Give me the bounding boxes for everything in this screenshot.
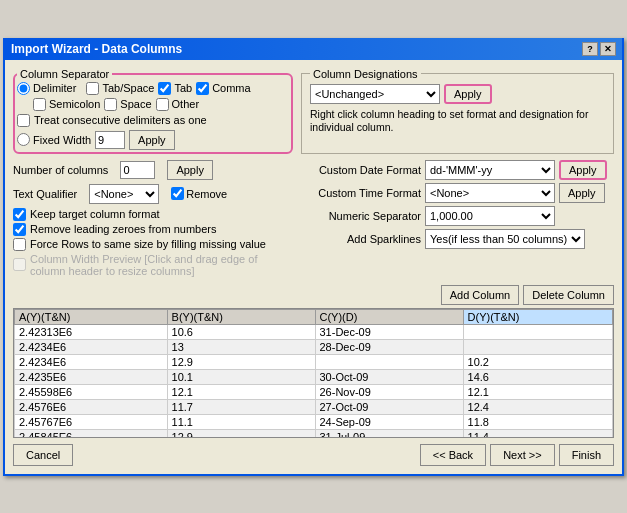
consecutive-checkbox[interactable]	[17, 114, 30, 127]
delete-column-button[interactable]: Delete Column	[523, 285, 614, 305]
custom-date-apply-button[interactable]: Apply	[559, 160, 607, 180]
custom-time-apply-button[interactable]: Apply	[559, 183, 605, 203]
table-row: 2.45845E612.931-Jul-0911.4	[15, 429, 613, 438]
space-checkbox[interactable]	[104, 98, 117, 111]
force-rows-checkbox[interactable]	[13, 238, 26, 251]
tab-checkbox[interactable]	[158, 82, 171, 95]
tab-space-check[interactable]: Tab/Space	[86, 82, 154, 95]
right-middle: Custom Date Format dd-'MMM'-yy Apply Cus…	[301, 160, 614, 281]
fixed-width-apply-button[interactable]: Apply	[129, 130, 175, 150]
column-separator-group: Column Separator Delimiter Tab/Space Tab	[13, 68, 293, 154]
fixed-width-radio[interactable]	[17, 133, 30, 146]
left-middle: Number of columns Apply Text Qualifier <…	[13, 160, 293, 281]
designation-select[interactable]: <Unchanged>	[310, 84, 440, 104]
text-qualifier-select[interactable]: <None>	[89, 184, 159, 204]
fixed-width-radio-label[interactable]: Fixed Width	[17, 133, 91, 146]
next-button[interactable]: Next >>	[490, 444, 555, 466]
col-header-a[interactable]: A(Y)(T&N)	[15, 309, 168, 324]
col-width-checkbox[interactable]	[13, 258, 26, 271]
remove-leading-row: Remove leading zeroes from numbers	[13, 223, 293, 236]
custom-date-select[interactable]: dd-'MMM'-yy	[425, 160, 555, 180]
space-check[interactable]: Space	[104, 98, 151, 111]
column-designations-group: Column Designations <Unchanged> Apply Ri…	[301, 68, 614, 154]
col-des-legend: Column Designations	[310, 68, 421, 80]
sep-row2: Semicolon Space Other	[33, 98, 289, 111]
tab-check[interactable]: Tab	[158, 82, 192, 95]
designation-apply-button[interactable]: Apply	[444, 84, 492, 104]
consecutive-row: Treat consecutive delimiters as one	[17, 114, 289, 127]
custom-date-row: Custom Date Format dd-'MMM'-yy Apply	[301, 160, 614, 180]
add-sparklines-select[interactable]: Yes(if less than 50 columns)	[425, 229, 585, 249]
nav-buttons: << Back Next >> Finish	[420, 444, 614, 466]
custom-time-select[interactable]: <None>	[425, 183, 555, 203]
other-check[interactable]: Other	[156, 98, 200, 111]
top-section: Column Separator Delimiter Tab/Space Tab	[13, 68, 614, 154]
add-del-row: Add Column Delete Column	[13, 285, 614, 305]
checkbox-area: Keep target column format Remove leading…	[13, 208, 293, 277]
col-sep-legend: Column Separator	[17, 68, 112, 80]
col-header-b[interactable]: B(Y)(T&N)	[167, 309, 315, 324]
comma-checkbox[interactable]	[196, 82, 209, 95]
num-cols-row: Number of columns Apply	[13, 160, 293, 180]
comma-check[interactable]: Comma	[196, 82, 251, 95]
add-column-button[interactable]: Add Column	[441, 285, 520, 305]
numeric-sep-select[interactable]: 1,000.00	[425, 206, 555, 226]
col-header-c[interactable]: C(Y)(D)	[315, 309, 463, 324]
cancel-button[interactable]: Cancel	[13, 444, 73, 466]
delimiter-radio-label[interactable]: Delimiter	[17, 82, 76, 95]
add-sparklines-row: Add Sparklines Yes(if less than 50 colum…	[301, 229, 614, 249]
fixed-width-input[interactable]	[95, 131, 125, 149]
table-row: 2.45598E612.126-Nov-0912.1	[15, 384, 613, 399]
table-row: 2.4235E610.130-Oct-0914.6	[15, 369, 613, 384]
remove-checkbox[interactable]	[171, 187, 184, 200]
back-button[interactable]: << Back	[420, 444, 486, 466]
table-row: 2.4234E61328-Dec-09	[15, 339, 613, 354]
text-qualifier-row: Text Qualifier <None> Remove	[13, 184, 293, 204]
fixed-width-row: Fixed Width Apply	[17, 130, 289, 150]
semicolon-check[interactable]: Semicolon	[33, 98, 100, 111]
title-bar: Import Wizard - Data Columns ? ✕	[5, 38, 622, 60]
tab-space-checkbox[interactable]	[86, 82, 99, 95]
semicolon-checkbox[interactable]	[33, 98, 46, 111]
num-cols-input[interactable]	[120, 161, 155, 179]
middle-section: Number of columns Apply Text Qualifier <…	[13, 160, 614, 281]
help-button[interactable]: ?	[582, 42, 598, 56]
col-header-d[interactable]: D(Y)(T&N)	[463, 309, 612, 324]
title-bar-buttons: ? ✕	[582, 42, 616, 56]
remove-check[interactable]: Remove	[171, 187, 227, 200]
close-button[interactable]: ✕	[600, 42, 616, 56]
table-row: 2.4576E611.727-Oct-0912.4	[15, 399, 613, 414]
main-window: Import Wizard - Data Columns ? ✕ Column …	[3, 38, 624, 476]
delimiter-row: Delimiter Tab/Space Tab Comma	[17, 82, 289, 95]
data-table: A(Y)(T&N) B(Y)(T&N) C(Y)(D) D(Y)(T&N) 2.…	[14, 309, 613, 438]
custom-time-row: Custom Time Format <None> Apply	[301, 183, 614, 203]
table-row: 2.4234E612.910.2	[15, 354, 613, 369]
force-rows-row: Force Rows to same size by filling missi…	[13, 238, 293, 251]
designation-help-text: Right click column heading to set format…	[310, 108, 605, 135]
delimiter-radio[interactable]	[17, 82, 30, 95]
data-table-container: A(Y)(T&N) B(Y)(T&N) C(Y)(D) D(Y)(T&N) 2.…	[13, 308, 614, 438]
num-cols-apply-button[interactable]: Apply	[167, 160, 213, 180]
table-row: 2.45767E611.124-Sep-0911.8	[15, 414, 613, 429]
remove-leading-checkbox[interactable]	[13, 223, 26, 236]
content-area: Column Separator Delimiter Tab/Space Tab	[5, 60, 622, 474]
numeric-sep-row: Numeric Separator 1,000.00	[301, 206, 614, 226]
col-des-row: <Unchanged> Apply	[310, 84, 605, 104]
window-title: Import Wizard - Data Columns	[11, 42, 182, 56]
finish-button[interactable]: Finish	[559, 444, 614, 466]
bottom-bar: Cancel << Back Next >> Finish	[13, 444, 614, 466]
table-row: 2.42313E610.631-Dec-09	[15, 324, 613, 339]
keep-target-checkbox[interactable]	[13, 208, 26, 221]
other-checkbox[interactable]	[156, 98, 169, 111]
col-width-preview-row: Column Width Preview [Click and drag edg…	[13, 253, 293, 277]
keep-target-row: Keep target column format	[13, 208, 293, 221]
